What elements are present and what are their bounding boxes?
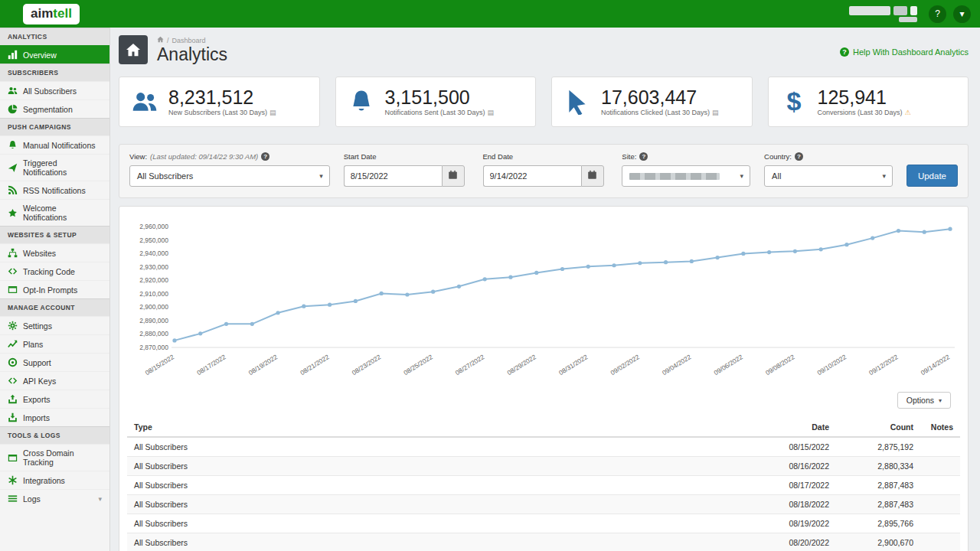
- svg-text:2,890,000: 2,890,000: [139, 317, 168, 324]
- svg-text:09/04/2022: 09/04/2022: [661, 353, 693, 377]
- table-icon[interactable]: ▤: [270, 109, 276, 116]
- account-menu-button[interactable]: ▾: [953, 5, 971, 23]
- table-row[interactable]: All Subscribers08/15/20222,875,192: [127, 437, 960, 457]
- sidebar-section-subscribers: SUBSCRIBERS: [0, 64, 109, 81]
- rss-icon: [8, 185, 18, 195]
- table-row[interactable]: All Subscribers08/17/20222,887,483: [127, 476, 960, 495]
- users-icon: [132, 89, 158, 115]
- sidebar-item-all-subscribers[interactable]: All Subscribers: [0, 81, 109, 99]
- help-icon[interactable]: ?: [929, 5, 946, 23]
- stat-label: Notifications Clicked (Last 30 Days) ▤: [601, 109, 719, 116]
- svg-text:2,960,000: 2,960,000: [139, 223, 168, 230]
- svg-text:2,880,000: 2,880,000: [139, 330, 168, 337]
- svg-text:08/25/2022: 08/25/2022: [402, 353, 434, 377]
- sitemap-icon: [8, 248, 18, 258]
- warning-icon[interactable]: ⚠: [905, 109, 911, 116]
- site-label: Site: ?: [622, 152, 750, 161]
- table-icon[interactable]: ▤: [488, 109, 495, 116]
- stat-card-notifications-clicked: 17,603,447 Notifications Clicked (Last 3…: [551, 77, 753, 127]
- sidebar-item-websites[interactable]: Websites: [0, 243, 109, 262]
- users-icon: [8, 86, 18, 96]
- sidebar-item-segmentation[interactable]: Segmentation: [0, 99, 109, 118]
- end-date-calendar-button[interactable]: [581, 165, 604, 187]
- sidebar-section-manage-account: MANAGE ACCOUNT: [0, 298, 109, 316]
- breadcrumb-separator: /: [167, 37, 169, 44]
- help-icon[interactable]: ?: [639, 152, 648, 161]
- column-header-count[interactable]: Count: [836, 418, 920, 437]
- sidebar-item-logs[interactable]: Logs ▾: [0, 489, 109, 507]
- aimtell-logo[interactable]: aimtell: [23, 4, 80, 24]
- update-button[interactable]: Update: [906, 165, 958, 187]
- svg-text:08/17/2022: 08/17/2022: [195, 353, 227, 377]
- table-row[interactable]: All Subscribers08/19/20222,895,766: [127, 514, 960, 533]
- help-icon[interactable]: ?: [795, 152, 803, 161]
- list-icon: [8, 494, 18, 504]
- sidebar-item-manual-notifications[interactable]: Manual Notifications: [0, 135, 109, 154]
- sidebar-item-triggered-notifications[interactable]: Triggered Notifications: [0, 154, 109, 181]
- table-icon[interactable]: ▤: [712, 109, 719, 116]
- sidebar-item-exports[interactable]: Exports: [0, 390, 109, 408]
- svg-text:09/08/2022: 09/08/2022: [764, 353, 796, 377]
- sidebar: ANALYTICS Overview SUBSCRIBERS All Subsc…: [0, 28, 110, 551]
- sidebar-item-plans[interactable]: Plans: [0, 334, 109, 353]
- stat-card-conversions: $ 125,941 Conversions (Last 30 Days) ⚠: [768, 77, 969, 127]
- last-updated-text: (Last updated: 09/14/22 9:30 AM): [150, 152, 258, 161]
- start-date-calendar-button[interactable]: [442, 165, 465, 187]
- column-header-date[interactable]: Date: [752, 418, 836, 437]
- stat-card-notifications-sent: 3,151,500 Notifications Sent (Last 30 Da…: [335, 77, 537, 127]
- sidebar-item-welcome-notifications[interactable]: Welcome Notifications: [0, 199, 109, 226]
- chevron-down-icon: ▾: [319, 172, 323, 180]
- stats-row: 8,231,512 New Subscribers (Last 30 Days)…: [119, 77, 969, 127]
- svg-text:2,940,000: 2,940,000: [139, 249, 168, 257]
- sidebar-item-support[interactable]: Support: [0, 353, 109, 371]
- sidebar-item-opt-in-prompts[interactable]: Opt-In Prompts: [0, 280, 109, 298]
- stat-value: 17,603,447: [601, 87, 719, 107]
- svg-text:09/06/2022: 09/06/2022: [713, 353, 745, 377]
- country-select[interactable]: All ▾: [764, 165, 893, 187]
- stat-label: Notifications Sent (Last 30 Days) ▤: [385, 109, 495, 116]
- sidebar-item-tracking-code[interactable]: Tracking Code: [0, 262, 109, 280]
- sidebar-item-cross-domain-tracking[interactable]: Cross Domain Tracking: [0, 444, 109, 471]
- breadcrumb: / Dashboard: [157, 36, 227, 44]
- svg-text:08/19/2022: 08/19/2022: [247, 353, 279, 377]
- question-circle-icon: ?: [840, 47, 849, 57]
- breadcrumb-dashboard[interactable]: Dashboard: [172, 37, 206, 44]
- gear-icon: [8, 321, 18, 331]
- stat-value: 125,941: [818, 87, 911, 107]
- sidebar-item-settings[interactable]: Settings: [0, 316, 109, 334]
- sidebar-item-rss-notifications[interactable]: RSS Notifications: [0, 181, 109, 199]
- table-row[interactable]: All Subscribers08/18/20222,887,483: [127, 495, 960, 514]
- life-ring-icon: [8, 357, 18, 367]
- chart-table-card: 2,870,0002,880,0002,890,0002,900,0002,91…: [119, 206, 969, 551]
- svg-text:2,950,000: 2,950,000: [139, 236, 168, 244]
- sidebar-item-overview[interactable]: Overview: [0, 45, 109, 64]
- integrations-icon: [8, 475, 18, 485]
- end-date-input[interactable]: [483, 165, 581, 187]
- column-header-type[interactable]: Type: [127, 418, 752, 437]
- help-icon[interactable]: ?: [261, 152, 270, 161]
- chevron-down-icon: ▾: [740, 172, 744, 180]
- stat-label: New Subscribers (Last 30 Days) ▤: [168, 109, 276, 116]
- table-row[interactable]: All Subscribers08/20/20222,900,670: [127, 533, 960, 551]
- table-row[interactable]: All Subscribers08/16/20222,880,334: [127, 457, 960, 476]
- start-date-input[interactable]: [344, 165, 442, 187]
- site-select[interactable]: ▾: [622, 165, 750, 187]
- home-icon[interactable]: [157, 36, 164, 44]
- sidebar-section-tools-logs: TOOLS & LOGS: [0, 426, 109, 444]
- options-button[interactable]: Options ▾: [897, 392, 951, 409]
- sidebar-item-imports[interactable]: Imports: [0, 408, 109, 426]
- help-link[interactable]: ? Help With Dashboard Analytics: [840, 47, 969, 57]
- column-header-notes[interactable]: Notes: [920, 418, 960, 437]
- country-label: Country: ?: [764, 152, 893, 161]
- logo-text-aim: aim: [31, 6, 53, 21]
- svg-text:09/14/2022: 09/14/2022: [920, 353, 952, 377]
- view-select[interactable]: All Subscribers ▾: [129, 165, 330, 187]
- sidebar-item-integrations[interactable]: Integrations: [0, 471, 109, 489]
- bar-chart-icon: [8, 50, 18, 60]
- svg-text:2,920,000: 2,920,000: [139, 276, 168, 284]
- sidebar-item-api-keys[interactable]: API Keys: [0, 371, 109, 390]
- calendar-icon: [448, 170, 458, 182]
- chevron-down-icon: ▾: [882, 172, 886, 180]
- subscribers-line-chart: 2,870,0002,880,0002,890,0002,900,0002,91…: [127, 219, 960, 386]
- svg-text:08/23/2022: 08/23/2022: [351, 353, 383, 377]
